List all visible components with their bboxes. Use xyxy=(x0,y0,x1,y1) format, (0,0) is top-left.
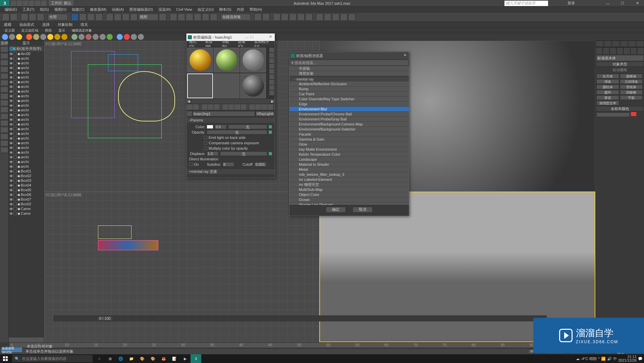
palette-icon[interactable]: 🎨 xyxy=(148,354,158,363)
nav-icon[interactable] xyxy=(256,104,261,110)
timeline[interactable]: 0510152025303540455055606570758085909510… xyxy=(9,342,595,348)
ribbon-tab-object-paint[interactable]: 对象绘制 xyxy=(54,22,76,27)
fx2-icon[interactable] xyxy=(86,34,92,40)
motion-tab-icon[interactable] xyxy=(620,41,628,47)
scene-item[interactable]: 👁◆Came xyxy=(9,206,44,211)
subdivs-spinner[interactable]: 8 xyxy=(222,162,234,167)
multiply-checkbox[interactable] xyxy=(204,147,207,150)
subtab-2[interactable]: 模拟 xyxy=(42,28,55,33)
compensate-checkbox[interactable] xyxy=(204,141,207,145)
login-label[interactable]: 登录 xyxy=(568,1,575,6)
globe-icon[interactable] xyxy=(2,34,8,40)
browser-item[interactable]: Gamma & Gain xyxy=(289,137,409,142)
subtab-0[interactable]: 定义面 xyxy=(1,28,18,33)
browser-item[interactable]: Environment Probe/Gray Ball xyxy=(289,117,409,122)
named-selection-combo[interactable]: 创建选择集 xyxy=(221,14,251,20)
lt-icon[interactable] xyxy=(0,46,8,52)
task-view-icon[interactable]: ⊞ xyxy=(105,354,115,363)
object-type-rollout[interactable]: 对象类型 xyxy=(596,61,644,67)
go-parent-icon[interactable] xyxy=(262,104,267,110)
sample-slot-3[interactable] xyxy=(240,48,266,72)
lt-icon[interactable] xyxy=(0,73,8,79)
lt-icon[interactable] xyxy=(0,87,8,93)
rotate-icon[interactable] xyxy=(114,13,121,21)
menu-views[interactable]: 视图(V) xyxy=(52,7,69,12)
note-icon[interactable]: 📝 xyxy=(169,354,180,363)
scene-item[interactable]: 👁◆archi xyxy=(9,126,44,131)
primitive-button[interactable]: 茶壶 xyxy=(596,95,619,100)
select-by-mat-icon[interactable] xyxy=(269,80,274,85)
menu-edit[interactable]: 编辑(E) xyxy=(2,7,20,12)
systems-icon[interactable] xyxy=(637,47,644,55)
move-icon[interactable] xyxy=(106,13,113,21)
show-end-icon[interactable] xyxy=(250,104,255,110)
scene-item[interactable]: 👁◆Box03 xyxy=(9,178,44,183)
get-material-icon[interactable] xyxy=(187,104,193,110)
cancel-button[interactable]: 取消 xyxy=(353,207,373,213)
browser-list[interactable]: 半面镜薄壁折射- mental rayAmbient/Reflective Oc… xyxy=(289,66,409,205)
cortana-icon[interactable]: ○ xyxy=(94,354,105,363)
browser-item[interactable]: mib_texture_filter_lookup_3 xyxy=(289,172,409,177)
help-search-input[interactable]: 键入关键字或短语 xyxy=(504,1,548,6)
lights-icon[interactable] xyxy=(609,47,616,55)
scene-item[interactable]: 👁◆Box06 xyxy=(9,192,44,197)
color-mult-spinner[interactable]: 0.6 xyxy=(215,124,227,129)
primitive-type-combo[interactable]: 标准基本体 xyxy=(596,55,643,61)
scene-item[interactable]: 👁◆archi xyxy=(9,56,44,61)
se-tab-display[interactable]: 显示 xyxy=(9,41,44,46)
lt-icon[interactable] xyxy=(0,127,8,133)
mirror-icon[interactable] xyxy=(254,13,262,21)
emit-checkbox[interactable] xyxy=(204,136,207,139)
taskbar-search[interactable]: 🔍在这里输入你要搜索的内容 xyxy=(12,355,93,362)
orb1-icon[interactable] xyxy=(117,34,123,40)
scene-item[interactable]: 👁◆archi xyxy=(9,136,44,141)
lt-icon[interactable] xyxy=(0,113,8,119)
ribbon-tab-modeling[interactable]: 建模 xyxy=(0,22,15,27)
weather-text[interactable]: -4°C 晴朗 xyxy=(581,356,597,361)
lt-icon[interactable] xyxy=(0,134,8,140)
select-rect-icon[interactable] xyxy=(87,13,95,21)
tray-ime-icon[interactable]: 中 xyxy=(613,356,617,361)
primitive-button[interactable]: 四棱锥 xyxy=(620,90,643,95)
displace-map-button[interactable]: 无 xyxy=(220,151,267,156)
browser-item[interactable]: Environment/Background Switcher xyxy=(289,127,409,132)
primitive-button[interactable]: 圆柱体 xyxy=(596,85,619,89)
scene-item[interactable]: 👁◆archi xyxy=(9,131,44,136)
browser-item[interactable]: Environment Probe/Chrome Ball xyxy=(289,112,409,117)
ribbon-tab-populate[interactable]: 填充 xyxy=(76,22,92,27)
scene-explorer-list[interactable]: 👁◆Arc00👁◆archi👁◆archi👁◆archi👁◆archi👁◆arc… xyxy=(9,51,44,338)
scene-item[interactable]: 👁◆archi xyxy=(9,94,44,98)
pivot-icon[interactable] xyxy=(159,13,166,21)
firefox-icon[interactable]: 🦊 xyxy=(158,354,169,363)
color-map-button[interactable]: 无 xyxy=(228,124,267,129)
render-prod-icon[interactable] xyxy=(340,13,347,21)
hierarchy-tab-icon[interactable] xyxy=(612,41,620,47)
close-button[interactable]: ✕ xyxy=(631,0,644,6)
put-to-scene-icon[interactable] xyxy=(193,104,199,110)
menu-civil-view[interactable]: Civil View xyxy=(173,7,195,11)
qat-open-icon[interactable] xyxy=(17,1,22,6)
qat-link-icon[interactable] xyxy=(41,1,46,6)
render-cloud-icon[interactable] xyxy=(348,13,356,21)
color-swatch[interactable] xyxy=(207,125,213,129)
select-object-icon[interactable] xyxy=(71,13,78,21)
lt-icon[interactable] xyxy=(0,60,8,66)
help-icon[interactable] xyxy=(595,1,600,6)
minimize-icon[interactable]: — xyxy=(245,35,249,39)
make-unique-icon[interactable] xyxy=(223,104,228,110)
render-setup-icon[interactable] xyxy=(316,13,323,21)
browser-item[interactable]: Edge xyxy=(289,102,409,107)
subtab-4[interactable]: 编辑选定对象 xyxy=(68,28,95,33)
helpers-icon[interactable] xyxy=(623,47,630,55)
window-crossing-icon[interactable] xyxy=(95,13,103,21)
percent-snap-icon[interactable] xyxy=(202,13,209,21)
lt-icon[interactable] xyxy=(0,140,8,146)
browser-item[interactable]: Kelvin Temperature Color xyxy=(289,152,409,157)
browser-item[interactable]: Multi/Sub-Map xyxy=(289,187,409,192)
subtab-1[interactable]: 定义边区域 xyxy=(18,28,42,33)
backlight-icon[interactable] xyxy=(269,53,274,58)
cutoff-spinner[interactable]: 0.001 xyxy=(255,162,267,167)
displace-spinner[interactable]: 1.0 xyxy=(207,151,219,156)
keyboard-icon[interactable] xyxy=(178,13,185,21)
color-map-checkbox[interactable] xyxy=(269,125,272,128)
